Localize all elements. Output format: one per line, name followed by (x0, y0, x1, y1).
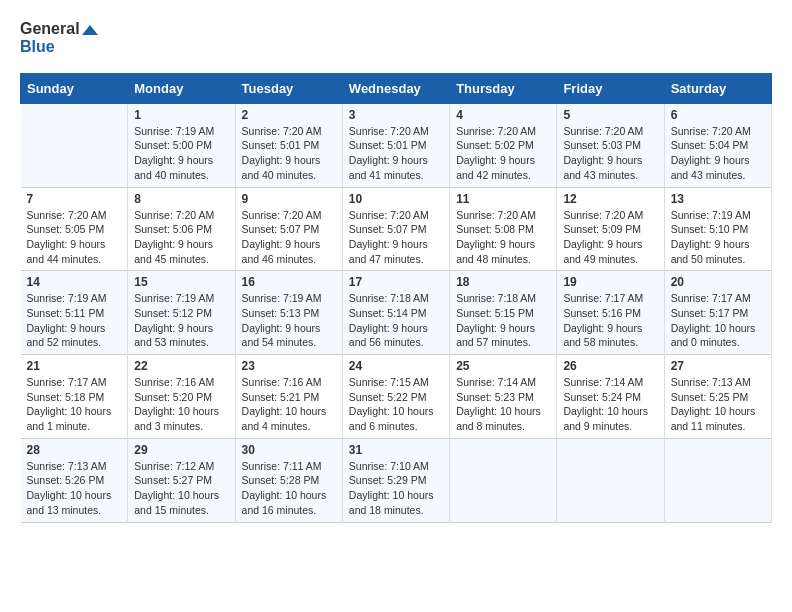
day-info: Sunrise: 7:14 AMSunset: 5:23 PMDaylight:… (456, 375, 550, 434)
day-info: Sunrise: 7:20 AMSunset: 5:01 PMDaylight:… (242, 124, 336, 183)
calendar-cell: 1Sunrise: 7:19 AMSunset: 5:00 PMDaylight… (128, 103, 235, 187)
day-number: 21 (27, 359, 122, 373)
day-number: 30 (242, 443, 336, 457)
day-number: 3 (349, 108, 443, 122)
day-info: Sunrise: 7:11 AMSunset: 5:28 PMDaylight:… (242, 459, 336, 518)
day-number: 1 (134, 108, 228, 122)
calendar-cell (21, 103, 128, 187)
header-cell-tuesday: Tuesday (235, 73, 342, 103)
day-number: 5 (563, 108, 657, 122)
day-number: 19 (563, 275, 657, 289)
day-number: 22 (134, 359, 228, 373)
day-info: Sunrise: 7:13 AMSunset: 5:25 PMDaylight:… (671, 375, 765, 434)
page-header: General Blue (20, 20, 772, 57)
header-cell-thursday: Thursday (450, 73, 557, 103)
day-info: Sunrise: 7:12 AMSunset: 5:27 PMDaylight:… (134, 459, 228, 518)
week-row-2: 7Sunrise: 7:20 AMSunset: 5:05 PMDaylight… (21, 187, 772, 271)
day-info: Sunrise: 7:20 AMSunset: 5:08 PMDaylight:… (456, 208, 550, 267)
day-info: Sunrise: 7:19 AMSunset: 5:13 PMDaylight:… (242, 291, 336, 350)
calendar-cell: 16Sunrise: 7:19 AMSunset: 5:13 PMDayligh… (235, 271, 342, 355)
day-number: 12 (563, 192, 657, 206)
day-number: 17 (349, 275, 443, 289)
calendar-cell: 19Sunrise: 7:17 AMSunset: 5:16 PMDayligh… (557, 271, 664, 355)
day-number: 9 (242, 192, 336, 206)
day-info: Sunrise: 7:20 AMSunset: 5:03 PMDaylight:… (563, 124, 657, 183)
day-number: 24 (349, 359, 443, 373)
day-info: Sunrise: 7:20 AMSunset: 5:07 PMDaylight:… (349, 208, 443, 267)
day-number: 8 (134, 192, 228, 206)
calendar-cell: 4Sunrise: 7:20 AMSunset: 5:02 PMDaylight… (450, 103, 557, 187)
day-info: Sunrise: 7:10 AMSunset: 5:29 PMDaylight:… (349, 459, 443, 518)
day-number: 29 (134, 443, 228, 457)
week-row-1: 1Sunrise: 7:19 AMSunset: 5:00 PMDaylight… (21, 103, 772, 187)
calendar-cell: 18Sunrise: 7:18 AMSunset: 5:15 PMDayligh… (450, 271, 557, 355)
day-number: 31 (349, 443, 443, 457)
calendar-cell: 5Sunrise: 7:20 AMSunset: 5:03 PMDaylight… (557, 103, 664, 187)
day-number: 26 (563, 359, 657, 373)
day-number: 14 (27, 275, 122, 289)
day-number: 25 (456, 359, 550, 373)
week-row-5: 28Sunrise: 7:13 AMSunset: 5:26 PMDayligh… (21, 438, 772, 522)
day-info: Sunrise: 7:20 AMSunset: 5:02 PMDaylight:… (456, 124, 550, 183)
day-number: 27 (671, 359, 765, 373)
calendar-cell: 3Sunrise: 7:20 AMSunset: 5:01 PMDaylight… (342, 103, 449, 187)
logo: General Blue (20, 20, 98, 57)
calendar-cell: 9Sunrise: 7:20 AMSunset: 5:07 PMDaylight… (235, 187, 342, 271)
calendar-cell: 2Sunrise: 7:20 AMSunset: 5:01 PMDaylight… (235, 103, 342, 187)
day-info: Sunrise: 7:16 AMSunset: 5:21 PMDaylight:… (242, 375, 336, 434)
calendar-cell: 14Sunrise: 7:19 AMSunset: 5:11 PMDayligh… (21, 271, 128, 355)
day-info: Sunrise: 7:19 AMSunset: 5:00 PMDaylight:… (134, 124, 228, 183)
calendar-cell: 26Sunrise: 7:14 AMSunset: 5:24 PMDayligh… (557, 355, 664, 439)
day-number: 23 (242, 359, 336, 373)
day-info: Sunrise: 7:19 AMSunset: 5:10 PMDaylight:… (671, 208, 765, 267)
calendar-cell: 25Sunrise: 7:14 AMSunset: 5:23 PMDayligh… (450, 355, 557, 439)
calendar-cell: 30Sunrise: 7:11 AMSunset: 5:28 PMDayligh… (235, 438, 342, 522)
calendar-cell: 15Sunrise: 7:19 AMSunset: 5:12 PMDayligh… (128, 271, 235, 355)
header-cell-monday: Monday (128, 73, 235, 103)
day-number: 15 (134, 275, 228, 289)
day-number: 18 (456, 275, 550, 289)
logo-text: General Blue (20, 20, 98, 57)
day-number: 2 (242, 108, 336, 122)
header-cell-saturday: Saturday (664, 73, 771, 103)
calendar-table: SundayMondayTuesdayWednesdayThursdayFrid… (20, 73, 772, 523)
day-info: Sunrise: 7:15 AMSunset: 5:22 PMDaylight:… (349, 375, 443, 434)
calendar-cell: 17Sunrise: 7:18 AMSunset: 5:14 PMDayligh… (342, 271, 449, 355)
day-number: 13 (671, 192, 765, 206)
day-number: 10 (349, 192, 443, 206)
calendar-cell: 31Sunrise: 7:10 AMSunset: 5:29 PMDayligh… (342, 438, 449, 522)
day-number: 16 (242, 275, 336, 289)
calendar-cell: 7Sunrise: 7:20 AMSunset: 5:05 PMDaylight… (21, 187, 128, 271)
day-number: 4 (456, 108, 550, 122)
day-info: Sunrise: 7:19 AMSunset: 5:12 PMDaylight:… (134, 291, 228, 350)
day-info: Sunrise: 7:20 AMSunset: 5:04 PMDaylight:… (671, 124, 765, 183)
day-number: 7 (27, 192, 122, 206)
calendar-cell: 22Sunrise: 7:16 AMSunset: 5:20 PMDayligh… (128, 355, 235, 439)
calendar-cell: 11Sunrise: 7:20 AMSunset: 5:08 PMDayligh… (450, 187, 557, 271)
day-info: Sunrise: 7:13 AMSunset: 5:26 PMDaylight:… (27, 459, 122, 518)
day-info: Sunrise: 7:20 AMSunset: 5:07 PMDaylight:… (242, 208, 336, 267)
day-info: Sunrise: 7:20 AMSunset: 5:06 PMDaylight:… (134, 208, 228, 267)
day-info: Sunrise: 7:17 AMSunset: 5:18 PMDaylight:… (27, 375, 122, 434)
header-cell-sunday: Sunday (21, 73, 128, 103)
calendar-cell: 28Sunrise: 7:13 AMSunset: 5:26 PMDayligh… (21, 438, 128, 522)
calendar-cell: 23Sunrise: 7:16 AMSunset: 5:21 PMDayligh… (235, 355, 342, 439)
day-info: Sunrise: 7:17 AMSunset: 5:17 PMDaylight:… (671, 291, 765, 350)
calendar-cell (450, 438, 557, 522)
header-row: SundayMondayTuesdayWednesdayThursdayFrid… (21, 73, 772, 103)
week-row-4: 21Sunrise: 7:17 AMSunset: 5:18 PMDayligh… (21, 355, 772, 439)
calendar-cell: 10Sunrise: 7:20 AMSunset: 5:07 PMDayligh… (342, 187, 449, 271)
week-row-3: 14Sunrise: 7:19 AMSunset: 5:11 PMDayligh… (21, 271, 772, 355)
calendar-cell: 24Sunrise: 7:15 AMSunset: 5:22 PMDayligh… (342, 355, 449, 439)
day-info: Sunrise: 7:18 AMSunset: 5:15 PMDaylight:… (456, 291, 550, 350)
calendar-cell: 6Sunrise: 7:20 AMSunset: 5:04 PMDaylight… (664, 103, 771, 187)
day-info: Sunrise: 7:14 AMSunset: 5:24 PMDaylight:… (563, 375, 657, 434)
calendar-cell: 27Sunrise: 7:13 AMSunset: 5:25 PMDayligh… (664, 355, 771, 439)
day-number: 6 (671, 108, 765, 122)
day-info: Sunrise: 7:19 AMSunset: 5:11 PMDaylight:… (27, 291, 122, 350)
day-info: Sunrise: 7:20 AMSunset: 5:01 PMDaylight:… (349, 124, 443, 183)
calendar-cell: 21Sunrise: 7:17 AMSunset: 5:18 PMDayligh… (21, 355, 128, 439)
calendar-cell (557, 438, 664, 522)
day-number: 28 (27, 443, 122, 457)
header-cell-wednesday: Wednesday (342, 73, 449, 103)
